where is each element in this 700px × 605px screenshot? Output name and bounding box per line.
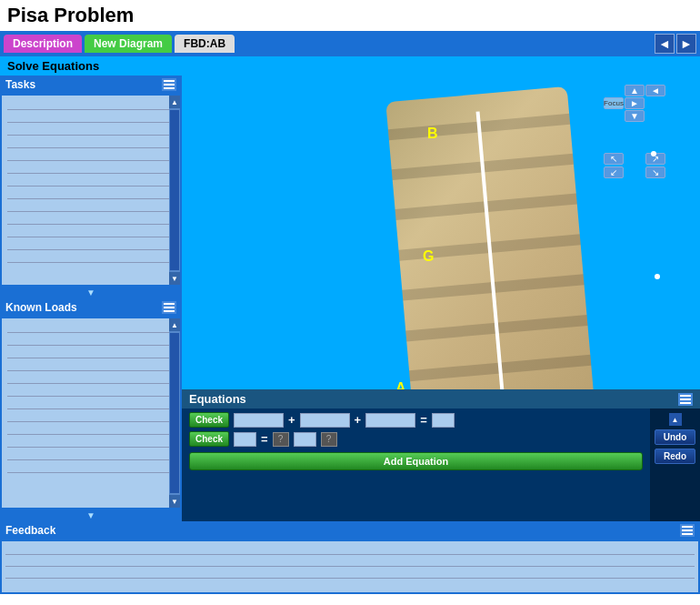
sidebar: Tasks [0,76,182,521]
known-loads-scroll-down[interactable]: ▼ [169,495,180,508]
load-line [7,322,175,333]
page-title: Pisa Problem [0,0,700,31]
load-line [7,348,175,358]
tab-nav-left[interactable]: ◄ [655,34,675,54]
known-loads-section: Known Loads [0,298,182,521]
task-line [7,239,175,250]
feedback-line [5,569,695,579]
tasks-menu-icon[interactable] [162,78,176,91]
equations-body: Check + + = Check = ? [182,408,650,521]
equals-symbol-2: = [261,432,268,446]
tasks-scroll-up[interactable]: ▲ [169,96,180,108]
diagram-label-b: B [427,126,438,142]
question-btn-1[interactable]: ? [273,432,289,447]
tower-body [385,86,595,389]
feedback-label: Feedback [5,524,55,537]
task-line [7,227,175,237]
tab-description[interactable]: Description [4,35,82,53]
question-btn-2[interactable]: ? [321,432,337,447]
load-line [7,449,175,460]
feedback-menu-icon[interactable] [680,524,695,537]
known-loads-header: Known Loads [0,298,182,317]
task-line [7,137,175,148]
redo-button[interactable]: Redo [655,449,695,464]
diagram-area: B G A ▲ ◄ Focus ► ▼ ↖ ↗ ↙ [182,76,700,389]
task-line [7,214,175,225]
tasks-collapse-arrow[interactable]: ▼ [0,287,182,298]
nav-grid-1: ▲ ◄ Focus ► ▼ [604,85,664,122]
fbd-value: AB [210,37,225,50]
focus-btn[interactable]: Focus [604,97,624,109]
task-line [7,99,175,110]
center-panel: B G A ▲ ◄ Focus ► ▼ ↖ ↗ ↙ [182,76,700,521]
feedback-line [5,557,695,567]
tasks-label: Tasks [5,78,35,91]
tasks-lines [2,96,180,268]
tab-fbd[interactable]: FBD:AB [175,35,235,53]
known-loads-content: ▲ ▼ [2,318,180,508]
nav-center-btn [625,153,645,165]
tasks-scrollbar: ▲ ▼ [169,96,180,285]
equation-row-2: Check = ? ? [189,431,643,447]
diagram-dot-g [655,274,660,279]
tasks-scroll-down[interactable]: ▼ [169,272,180,285]
task-line [7,125,175,136]
task-line [7,163,175,174]
eq-input-1d[interactable] [432,413,455,428]
nav-right-btn[interactable]: ► [625,97,645,109]
nav-dl-btn[interactable]: ↙ [604,166,624,178]
check-button-1[interactable]: Check [189,412,229,428]
task-line [7,188,175,199]
eq-input-2b[interactable] [294,432,316,447]
load-line [7,335,175,346]
task-line [7,112,175,123]
eq-input-1b[interactable] [300,413,350,428]
main-content: Tasks [0,76,700,521]
task-line [7,252,175,263]
eq-input-1a[interactable] [234,413,284,428]
nav-ul-btn[interactable]: ↖ [604,153,624,165]
plus-symbol-2: + [355,413,362,427]
equation-row-1: Check + + = [189,412,643,428]
load-line [7,398,175,409]
nav-dr-btn[interactable]: ↘ [645,166,665,178]
known-loads-label: Known Loads [5,301,77,314]
known-loads-menu-icon[interactable] [162,301,176,314]
undo-button[interactable]: Undo [655,429,695,445]
tab-nav-right[interactable]: ► [676,34,696,54]
plus-symbol-1: + [288,413,295,427]
equations-section: Equations Check + + [182,389,700,521]
tab-bar: Description New Diagram FBD:AB ◄ ► [0,31,700,56]
feedback-content [2,541,698,592]
task-line [7,176,175,187]
tab-new-diagram[interactable]: New Diagram [85,35,172,53]
feedback-panel: Feedback [0,521,700,594]
equations-menu-icon[interactable] [678,393,693,406]
add-equation-button[interactable]: Add Equation [189,452,643,470]
eq-input-1c[interactable] [365,413,415,428]
check-button-2[interactable]: Check [189,431,229,447]
load-line [7,437,175,448]
diagram-dot-b [651,151,656,156]
nav-down-btn[interactable]: ▼ [625,110,645,122]
diagram-label-a: A [395,380,406,389]
spacer4 [625,166,645,178]
known-loads-collapse-arrow[interactable]: ▼ [0,509,182,521]
nav-up-btn[interactable]: ▲ [625,85,645,96]
tasks-scroll-thumb[interactable] [170,110,179,270]
load-line [7,462,175,473]
feedback-line [5,545,695,555]
eq-input-2a[interactable] [234,432,256,447]
fbd-label: FBD: [184,37,210,50]
load-line [7,424,175,435]
known-loads-scroll-up[interactable]: ▲ [169,318,180,331]
equations-header: Equations [182,389,700,408]
diagram-label-g: G [423,248,434,265]
tasks-header: Tasks [0,76,182,94]
known-loads-scroll-thumb[interactable] [170,333,179,493]
feedback-header: Feedback [0,521,700,539]
nav-left-btn[interactable]: ◄ [645,85,665,96]
eq-scroll-up[interactable]: ▲ [669,413,682,426]
load-line [7,411,175,422]
load-line [7,386,175,397]
